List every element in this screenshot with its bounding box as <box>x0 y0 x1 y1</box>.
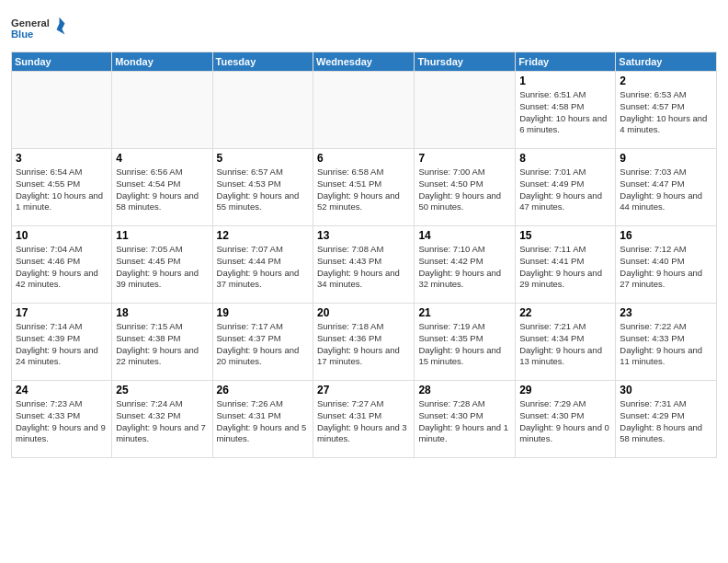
calendar-cell: 16Sunrise: 7:12 AM Sunset: 4:40 PM Dayli… <box>616 226 717 304</box>
calendar-cell: 24Sunrise: 7:23 AM Sunset: 4:33 PM Dayli… <box>12 381 112 458</box>
day-info: Sunrise: 7:12 AM Sunset: 4:40 PM Dayligh… <box>620 244 712 291</box>
day-info: Sunrise: 7:29 AM Sunset: 4:30 PM Dayligh… <box>519 398 611 445</box>
day-info: Sunrise: 6:51 AM Sunset: 4:58 PM Dayligh… <box>519 89 611 136</box>
calendar-header-row: SundayMondayTuesdayWednesdayThursdayFrid… <box>12 52 717 72</box>
day-header-friday: Friday <box>516 52 616 72</box>
calendar-cell: 1Sunrise: 6:51 AM Sunset: 4:58 PM Daylig… <box>516 72 616 149</box>
calendar-cell: 26Sunrise: 7:26 AM Sunset: 4:31 PM Dayli… <box>212 381 313 458</box>
day-number: 21 <box>418 306 511 319</box>
day-number: 9 <box>620 152 712 165</box>
calendar-cell <box>112 72 212 149</box>
calendar-cell: 2Sunrise: 6:53 AM Sunset: 4:57 PM Daylig… <box>616 72 717 149</box>
calendar-cell: 7Sunrise: 7:00 AM Sunset: 4:50 PM Daylig… <box>415 149 516 226</box>
calendar-cell: 12Sunrise: 7:07 AM Sunset: 4:44 PM Dayli… <box>212 226 313 304</box>
day-info: Sunrise: 7:21 AM Sunset: 4:34 PM Dayligh… <box>519 321 611 368</box>
day-number: 10 <box>16 229 108 242</box>
day-info: Sunrise: 7:08 AM Sunset: 4:43 PM Dayligh… <box>317 244 410 291</box>
calendar-cell: 13Sunrise: 7:08 AM Sunset: 4:43 PM Dayli… <box>313 226 414 304</box>
day-number: 27 <box>317 384 410 396</box>
day-number: 17 <box>16 306 108 319</box>
day-number: 16 <box>620 229 712 242</box>
day-info: Sunrise: 7:15 AM Sunset: 4:38 PM Dayligh… <box>116 321 208 368</box>
calendar-week-4: 17Sunrise: 7:14 AM Sunset: 4:39 PM Dayli… <box>12 304 717 381</box>
day-header-monday: Monday <box>112 52 212 72</box>
day-number: 3 <box>16 152 108 165</box>
calendar-cell: 28Sunrise: 7:28 AM Sunset: 4:30 PM Dayli… <box>415 381 516 458</box>
calendar-cell: 10Sunrise: 7:04 AM Sunset: 4:46 PM Dayli… <box>12 226 112 304</box>
calendar-cell: 21Sunrise: 7:19 AM Sunset: 4:35 PM Dayli… <box>415 304 516 381</box>
day-number: 23 <box>620 306 712 319</box>
calendar-cell: 20Sunrise: 7:18 AM Sunset: 4:36 PM Dayli… <box>313 304 414 381</box>
calendar-cell: 30Sunrise: 7:31 AM Sunset: 4:29 PM Dayli… <box>616 381 717 458</box>
day-number: 25 <box>116 384 208 396</box>
calendar-cell: 5Sunrise: 6:57 AM Sunset: 4:53 PM Daylig… <box>212 149 313 226</box>
day-info: Sunrise: 7:01 AM Sunset: 4:49 PM Dayligh… <box>519 167 611 213</box>
svg-marker-2 <box>57 17 65 35</box>
day-info: Sunrise: 7:18 AM Sunset: 4:36 PM Dayligh… <box>317 321 410 368</box>
svg-text:Blue: Blue <box>11 29 33 40</box>
calendar-cell: 14Sunrise: 7:10 AM Sunset: 4:42 PM Dayli… <box>415 226 516 304</box>
day-info: Sunrise: 7:24 AM Sunset: 4:32 PM Dayligh… <box>116 398 208 445</box>
day-info: Sunrise: 6:56 AM Sunset: 4:54 PM Dayligh… <box>116 167 208 213</box>
day-info: Sunrise: 7:11 AM Sunset: 4:41 PM Dayligh… <box>519 244 611 291</box>
calendar-cell <box>313 72 414 149</box>
calendar: SundayMondayTuesdayWednesdayThursdayFrid… <box>11 52 717 458</box>
day-info: Sunrise: 6:58 AM Sunset: 4:51 PM Dayligh… <box>317 167 410 213</box>
calendar-cell: 25Sunrise: 7:24 AM Sunset: 4:32 PM Dayli… <box>112 381 212 458</box>
day-info: Sunrise: 7:19 AM Sunset: 4:35 PM Dayligh… <box>418 321 511 368</box>
day-number: 30 <box>620 384 712 396</box>
day-info: Sunrise: 7:22 AM Sunset: 4:33 PM Dayligh… <box>620 321 712 368</box>
calendar-cell: 17Sunrise: 7:14 AM Sunset: 4:39 PM Dayli… <box>12 304 112 381</box>
day-number: 13 <box>317 229 410 242</box>
day-info: Sunrise: 7:07 AM Sunset: 4:44 PM Dayligh… <box>217 244 309 291</box>
day-header-wednesday: Wednesday <box>313 52 414 72</box>
calendar-cell <box>212 72 313 149</box>
day-number: 1 <box>519 75 611 87</box>
day-header-thursday: Thursday <box>415 52 516 72</box>
calendar-cell: 27Sunrise: 7:27 AM Sunset: 4:31 PM Dayli… <box>313 381 414 458</box>
day-number: 19 <box>217 306 309 319</box>
calendar-week-5: 24Sunrise: 7:23 AM Sunset: 4:33 PM Dayli… <box>12 381 717 458</box>
calendar-cell <box>12 72 112 149</box>
day-number: 28 <box>418 384 511 396</box>
day-header-tuesday: Tuesday <box>212 52 313 72</box>
logo-svg: General Blue <box>11 9 66 46</box>
day-number: 7 <box>418 152 511 165</box>
page-header: General Blue <box>11 9 717 46</box>
calendar-cell: 23Sunrise: 7:22 AM Sunset: 4:33 PM Dayli… <box>616 304 717 381</box>
day-info: Sunrise: 7:03 AM Sunset: 4:47 PM Dayligh… <box>620 167 712 213</box>
day-info: Sunrise: 7:10 AM Sunset: 4:42 PM Dayligh… <box>418 244 511 291</box>
svg-text:General: General <box>11 17 50 29</box>
day-number: 20 <box>317 306 410 319</box>
calendar-week-2: 3Sunrise: 6:54 AM Sunset: 4:55 PM Daylig… <box>12 149 717 226</box>
calendar-cell: 3Sunrise: 6:54 AM Sunset: 4:55 PM Daylig… <box>12 149 112 226</box>
calendar-cell: 4Sunrise: 6:56 AM Sunset: 4:54 PM Daylig… <box>112 149 212 226</box>
day-number: 4 <box>116 152 208 165</box>
day-number: 8 <box>519 152 611 165</box>
day-info: Sunrise: 7:17 AM Sunset: 4:37 PM Dayligh… <box>217 321 309 368</box>
day-number: 6 <box>317 152 410 165</box>
calendar-cell: 19Sunrise: 7:17 AM Sunset: 4:37 PM Dayli… <box>212 304 313 381</box>
day-info: Sunrise: 7:14 AM Sunset: 4:39 PM Dayligh… <box>16 321 108 368</box>
day-info: Sunrise: 7:28 AM Sunset: 4:30 PM Dayligh… <box>418 398 511 445</box>
day-header-saturday: Saturday <box>616 52 717 72</box>
calendar-cell: 29Sunrise: 7:29 AM Sunset: 4:30 PM Dayli… <box>516 381 616 458</box>
logo: General Blue <box>11 9 66 46</box>
calendar-cell: 6Sunrise: 6:58 AM Sunset: 4:51 PM Daylig… <box>313 149 414 226</box>
day-info: Sunrise: 6:54 AM Sunset: 4:55 PM Dayligh… <box>16 167 108 213</box>
day-info: Sunrise: 7:26 AM Sunset: 4:31 PM Dayligh… <box>217 398 309 445</box>
day-number: 24 <box>16 384 108 396</box>
calendar-week-1: 1Sunrise: 6:51 AM Sunset: 4:58 PM Daylig… <box>12 72 717 149</box>
day-number: 5 <box>217 152 309 165</box>
calendar-cell <box>415 72 516 149</box>
day-info: Sunrise: 7:27 AM Sunset: 4:31 PM Dayligh… <box>317 398 410 445</box>
day-info: Sunrise: 6:53 AM Sunset: 4:57 PM Dayligh… <box>620 89 712 136</box>
day-number: 29 <box>519 384 611 396</box>
calendar-cell: 8Sunrise: 7:01 AM Sunset: 4:49 PM Daylig… <box>516 149 616 226</box>
day-number: 26 <box>217 384 309 396</box>
day-number: 15 <box>519 229 611 242</box>
day-info: Sunrise: 7:00 AM Sunset: 4:50 PM Dayligh… <box>418 167 511 213</box>
day-number: 12 <box>217 229 309 242</box>
day-info: Sunrise: 7:05 AM Sunset: 4:45 PM Dayligh… <box>116 244 208 291</box>
day-number: 18 <box>116 306 208 319</box>
